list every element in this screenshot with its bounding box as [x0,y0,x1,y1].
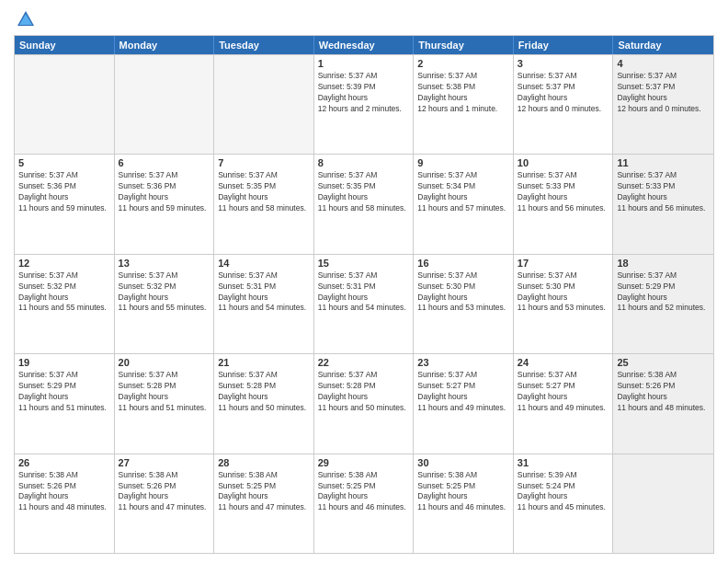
day-number: 29 [318,457,410,468]
calendar-cell: 28Sunrise: 5:38 AMSunset: 5:25 PMDayligh… [214,454,314,553]
calendar-week-2: 5Sunrise: 5:37 AMSunset: 5:36 PMDaylight… [15,154,713,253]
header [14,9,714,29]
cell-text: Sunrise: 5:37 AMSunset: 5:27 PMDaylight … [417,370,509,414]
day-number: 9 [417,157,509,168]
calendar-cell: 7Sunrise: 5:37 AMSunset: 5:35 PMDaylight… [214,155,314,253]
cell-text: Sunrise: 5:37 AMSunset: 5:30 PMDaylight … [518,270,609,315]
day-number: 21 [218,357,310,368]
cell-text: Sunrise: 5:38 AMSunset: 5:25 PMDaylight … [318,470,410,514]
day-number: 11 [617,157,710,168]
calendar-cell: 29Sunrise: 5:38 AMSunset: 5:25 PMDayligh… [314,454,415,553]
logo [14,9,36,29]
day-number: 28 [218,457,310,468]
cell-text: Sunrise: 5:37 AMSunset: 5:35 PMDaylight … [218,170,310,214]
calendar-cell [214,55,314,154]
cell-text: Sunrise: 5:38 AMSunset: 5:26 PMDaylight … [617,370,710,414]
page: SundayMondayTuesdayWednesdayThursdayFrid… [0,0,728,563]
header-day-friday: Friday [514,36,614,54]
cell-text: Sunrise: 5:37 AMSunset: 5:38 PMDaylight … [417,71,509,115]
header-day-tuesday: Tuesday [214,36,314,54]
calendar-cell: 31Sunrise: 5:39 AMSunset: 5:24 PMDayligh… [514,454,614,553]
cell-text: Sunrise: 5:37 AMSunset: 5:31 PMDaylight … [318,270,410,315]
cell-text: Sunrise: 5:37 AMSunset: 5:33 PMDaylight … [617,170,710,214]
day-number: 2 [417,58,509,69]
day-number: 25 [617,357,710,368]
calendar-week-1: 1Sunrise: 5:37 AMSunset: 5:39 PMDaylight… [15,54,713,154]
day-number: 24 [518,357,609,368]
day-number: 26 [18,457,110,468]
calendar-cell: 12Sunrise: 5:37 AMSunset: 5:32 PMDayligh… [15,255,115,353]
cell-text: Sunrise: 5:37 AMSunset: 5:29 PMDaylight … [18,370,110,414]
day-number: 20 [119,357,210,368]
calendar-cell: 22Sunrise: 5:37 AMSunset: 5:28 PMDayligh… [314,354,415,453]
day-number: 22 [318,357,410,368]
cell-text: Sunrise: 5:37 AMSunset: 5:36 PMDaylight … [119,170,210,214]
cell-text: Sunrise: 5:37 AMSunset: 5:36 PMDaylight … [18,170,110,214]
cell-text: Sunrise: 5:38 AMSunset: 5:26 PMDaylight … [18,470,110,514]
calendar-cell: 19Sunrise: 5:37 AMSunset: 5:29 PMDayligh… [15,354,115,453]
day-number: 19 [18,357,110,368]
calendar-cell: 5Sunrise: 5:37 AMSunset: 5:36 PMDaylight… [15,155,115,253]
calendar-cell: 4Sunrise: 5:37 AMSunset: 5:37 PMDaylight… [613,55,713,154]
cell-text: Sunrise: 5:38 AMSunset: 5:25 PMDaylight … [417,470,509,514]
calendar-cell: 20Sunrise: 5:37 AMSunset: 5:28 PMDayligh… [115,354,215,453]
day-number: 13 [119,258,210,269]
cell-text: Sunrise: 5:38 AMSunset: 5:26 PMDaylight … [119,470,210,514]
cell-text: Sunrise: 5:37 AMSunset: 5:29 PMDaylight … [617,270,710,315]
cell-text: Sunrise: 5:37 AMSunset: 5:37 PMDaylight … [518,71,609,115]
header-day-thursday: Thursday [414,36,514,54]
day-number: 12 [18,258,110,269]
day-number: 14 [218,258,310,269]
calendar-cell: 16Sunrise: 5:37 AMSunset: 5:30 PMDayligh… [414,255,514,353]
day-number: 5 [18,157,110,168]
calendar-cell: 25Sunrise: 5:38 AMSunset: 5:26 PMDayligh… [613,354,713,453]
calendar-cell: 15Sunrise: 5:37 AMSunset: 5:31 PMDayligh… [314,255,415,353]
day-number: 15 [318,258,410,269]
calendar-cell: 27Sunrise: 5:38 AMSunset: 5:26 PMDayligh… [115,454,215,553]
day-number: 31 [518,457,609,468]
calendar: SundayMondayTuesdayWednesdayThursdayFrid… [14,35,714,554]
header-day-saturday: Saturday [613,36,713,54]
day-number: 16 [417,258,509,269]
day-number: 18 [617,258,710,269]
day-number: 23 [417,357,509,368]
cell-text: Sunrise: 5:37 AMSunset: 5:28 PMDaylight … [119,370,210,414]
calendar-cell: 18Sunrise: 5:37 AMSunset: 5:29 PMDayligh… [613,255,713,353]
calendar-cell: 3Sunrise: 5:37 AMSunset: 5:37 PMDaylight… [514,55,614,154]
calendar-week-3: 12Sunrise: 5:37 AMSunset: 5:32 PMDayligh… [15,254,713,353]
calendar-week-5: 26Sunrise: 5:38 AMSunset: 5:26 PMDayligh… [15,454,713,553]
cell-text: Sunrise: 5:37 AMSunset: 5:30 PMDaylight … [417,270,509,315]
calendar-cell [15,55,115,154]
calendar-cell: 8Sunrise: 5:37 AMSunset: 5:35 PMDaylight… [314,155,415,253]
calendar-cell: 30Sunrise: 5:38 AMSunset: 5:25 PMDayligh… [414,454,514,553]
day-number: 27 [119,457,210,468]
day-number: 4 [617,58,710,69]
day-number: 7 [218,157,310,168]
cell-text: Sunrise: 5:37 AMSunset: 5:35 PMDaylight … [318,170,410,214]
header-day-sunday: Sunday [15,36,115,54]
calendar-cell: 11Sunrise: 5:37 AMSunset: 5:33 PMDayligh… [613,155,713,253]
cell-text: Sunrise: 5:37 AMSunset: 5:39 PMDaylight … [318,71,410,115]
calendar-cell [613,454,713,553]
logo-icon [16,9,36,29]
calendar-body: 1Sunrise: 5:37 AMSunset: 5:39 PMDaylight… [15,54,713,553]
calendar-cell: 2Sunrise: 5:37 AMSunset: 5:38 PMDaylight… [414,55,514,154]
cell-text: Sunrise: 5:37 AMSunset: 5:27 PMDaylight … [518,370,609,414]
calendar-cell: 23Sunrise: 5:37 AMSunset: 5:27 PMDayligh… [414,354,514,453]
cell-text: Sunrise: 5:37 AMSunset: 5:32 PMDaylight … [119,270,210,315]
calendar-cell: 24Sunrise: 5:37 AMSunset: 5:27 PMDayligh… [514,354,614,453]
cell-text: Sunrise: 5:37 AMSunset: 5:28 PMDaylight … [218,370,310,414]
calendar-cell: 10Sunrise: 5:37 AMSunset: 5:33 PMDayligh… [514,155,614,253]
day-number: 17 [518,258,609,269]
cell-text: Sunrise: 5:38 AMSunset: 5:25 PMDaylight … [218,470,310,514]
day-number: 8 [318,157,410,168]
calendar-cell: 6Sunrise: 5:37 AMSunset: 5:36 PMDaylight… [115,155,215,253]
calendar-cell [115,55,215,154]
cell-text: Sunrise: 5:37 AMSunset: 5:33 PMDaylight … [518,170,609,214]
calendar-cell: 1Sunrise: 5:37 AMSunset: 5:39 PMDaylight… [314,55,415,154]
cell-text: Sunrise: 5:39 AMSunset: 5:24 PMDaylight … [518,470,609,514]
calendar-cell: 13Sunrise: 5:37 AMSunset: 5:32 PMDayligh… [115,255,215,353]
day-number: 10 [518,157,609,168]
day-number: 3 [518,58,609,69]
cell-text: Sunrise: 5:37 AMSunset: 5:34 PMDaylight … [417,170,509,214]
